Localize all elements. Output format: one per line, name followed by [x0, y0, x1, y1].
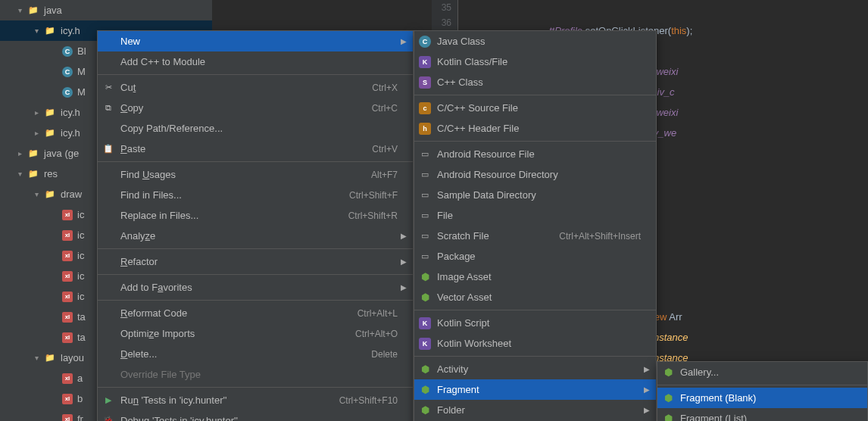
tree-label: b: [77, 393, 83, 404]
menu-label: Find Usages: [120, 169, 176, 180]
context-menu[interactable]: New▶ Add C++ to Module ✂CutCtrl+X ⧉CopyC…: [97, 30, 414, 421]
menu-fragment-blank[interactable]: ⬢Fragment (Blank): [657, 388, 867, 408]
menu-label: Find in Files...: [120, 189, 182, 201]
menu-add-cpp[interactable]: Add C++ to Module: [98, 51, 413, 72]
line-number: 36: [432, 15, 451, 30]
menu-label: Scratch File: [437, 230, 489, 242]
menu-image-asset[interactable]: ⬢Image Asset: [414, 267, 656, 287]
menu-label: Fragment (List): [680, 413, 747, 421]
menu-android-resource-file[interactable]: ▭Android Resource File: [414, 144, 656, 164]
menu-replace-in-files[interactable]: Replace in Files...Ctrl+Shift+R: [98, 205, 413, 226]
new-submenu[interactable]: CJava Class KKotlin Class/File SC++ Clas…: [414, 30, 657, 421]
menu-java-class[interactable]: CJava Class: [414, 31, 656, 51]
menu-copy[interactable]: ⧉CopyCtrl+C: [98, 98, 413, 118]
shortcut: Ctrl+X: [372, 83, 398, 93]
menu-label: Kotlin Class/File: [437, 56, 507, 67]
tree-label: ic: [77, 250, 84, 261]
tree-label: layou: [61, 352, 84, 363]
menu-label: Fragment: [437, 384, 479, 395]
menu-label: C/C++ Source File: [437, 102, 518, 114]
tree-label: ic: [77, 291, 84, 302]
class-icon: C: [62, 46, 73, 57]
menu-kotlin-script[interactable]: KKotlin Script: [414, 313, 656, 333]
tree-folder-java[interactable]: ▾📁java: [0, 0, 212, 20]
shortcut: Ctrl+V: [372, 144, 398, 154]
submenu-arrow-icon: ▶: [401, 257, 407, 266]
folder-icon: 📁: [44, 25, 56, 37]
menu-label: Gallery...: [680, 366, 719, 378]
menu-find-in-files[interactable]: Find in Files...Ctrl+Shift+F: [98, 185, 413, 205]
xml-icon: xl: [62, 271, 73, 282]
menu-label: Java Class: [437, 36, 486, 47]
menu-folder[interactable]: ⬢Folder▶: [414, 400, 656, 420]
menu-override-file-type[interactable]: Override File Type: [98, 364, 413, 385]
menu-fragment[interactable]: ⬢Fragment▶: [414, 379, 656, 400]
menu-label: Copy: [120, 102, 143, 114]
kotlin-icon: K: [419, 338, 431, 350]
menu-separator: [98, 74, 413, 75]
menu-add-favorites[interactable]: Add to Favorites▶: [98, 277, 413, 298]
menu-label: Optimize Imports: [120, 328, 195, 339]
menu-copy-path[interactable]: Copy Path/Reference...: [98, 118, 413, 139]
tree-label: icy.h: [61, 127, 80, 139]
file-icon: c: [419, 102, 431, 114]
menu-cpp-class[interactable]: SC++ Class: [414, 72, 656, 92]
menu-gallery[interactable]: ⬢Gallery...: [657, 362, 867, 382]
menu-separator: [98, 248, 413, 249]
menu-run-tests[interactable]: ▶Run 'Tests in 'icy.hunter''Ctrl+Shift+F…: [98, 390, 413, 410]
file-icon: h: [419, 123, 431, 135]
menu-label: New: [120, 36, 140, 47]
menu-find-usages[interactable]: Find UsagesAlt+F7: [98, 164, 413, 185]
menu-separator: [657, 385, 867, 385]
menu-sample-data-dir[interactable]: ▭Sample Data Directory: [414, 185, 656, 205]
menu-c-header[interactable]: hC/C++ Header File: [414, 118, 656, 139]
menu-cut[interactable]: ✂CutCtrl+X: [98, 77, 413, 98]
menu-android-resource-dir[interactable]: ▭Android Resource Directory: [414, 164, 656, 185]
android-icon: ⬢: [419, 404, 431, 416]
menu-separator: [414, 95, 656, 95]
menu-activity[interactable]: ⬢Activity▶: [414, 359, 656, 379]
kotlin-icon: K: [419, 56, 431, 68]
tree-label: ta: [77, 311, 86, 323]
file-icon: ▭: [419, 230, 431, 242]
menu-separator: [98, 161, 413, 162]
menu-fragment-list[interactable]: ⬢Fragment (List): [657, 408, 867, 421]
folder-icon: 📁: [44, 352, 56, 364]
menu-new[interactable]: New▶: [98, 31, 413, 51]
menu-label: File: [437, 210, 453, 221]
shortcut: Ctrl+Alt+Shift+Insert: [559, 231, 641, 242]
fragment-submenu[interactable]: ⬢Gallery... ⬢Fragment (Blank) ⬢Fragment …: [657, 361, 868, 421]
menu-label: Activity: [437, 363, 468, 375]
menu-refactor[interactable]: Refactor▶: [98, 251, 413, 272]
menu-optimize-imports[interactable]: Optimize ImportsCtrl+Alt+O: [98, 323, 413, 344]
android-icon: ⬢: [419, 363, 431, 376]
menu-analyze[interactable]: Analyze▶: [98, 226, 413, 246]
menu-file[interactable]: ▭File: [414, 205, 656, 226]
menu-label: Android Resource File: [437, 148, 535, 160]
menu-label: Fragment (Blank): [680, 392, 756, 404]
menu-c-source[interactable]: cC/C++ Source File: [414, 98, 656, 118]
menu-package[interactable]: ▭Package: [414, 246, 656, 267]
menu-label: Package: [437, 251, 476, 262]
menu-kotlin-class[interactable]: KKotlin Class/File: [414, 51, 656, 72]
menu-debug-tests[interactable]: 🐞Debug 'Tests in 'icy.hunter'': [98, 410, 413, 421]
kotlin-icon: K: [419, 317, 431, 329]
tree-label: ic: [77, 229, 84, 241]
shortcut: Ctrl+Shift+F: [349, 190, 398, 201]
menu-scratch-file[interactable]: ▭Scratch FileCtrl+Alt+Shift+Insert: [414, 226, 656, 246]
menu-label: Run 'Tests in 'icy.hunter'': [120, 394, 226, 406]
menu-label: C++ Class: [437, 76, 483, 88]
run-icon: ▶: [102, 394, 114, 407]
menu-kotlin-worksheet[interactable]: KKotlin Worksheet: [414, 333, 656, 354]
menu-delete[interactable]: Delete...Delete: [98, 344, 413, 364]
menu-label: Add C++ to Module: [120, 56, 205, 67]
menu-vector-asset[interactable]: ⬢Vector Asset: [414, 287, 656, 307]
android-icon: ⬢: [419, 271, 431, 283]
android-icon: ⬢: [662, 366, 674, 379]
menu-label: Replace in Files...: [120, 210, 198, 221]
android-icon: ⬢: [419, 384, 431, 396]
menu-reformat[interactable]: Reformat CodeCtrl+Alt+L: [98, 303, 413, 323]
android-icon: ⬢: [419, 292, 431, 304]
menu-paste[interactable]: 📋PasteCtrl+V: [98, 139, 413, 159]
xml-icon: xl: [62, 414, 73, 422]
